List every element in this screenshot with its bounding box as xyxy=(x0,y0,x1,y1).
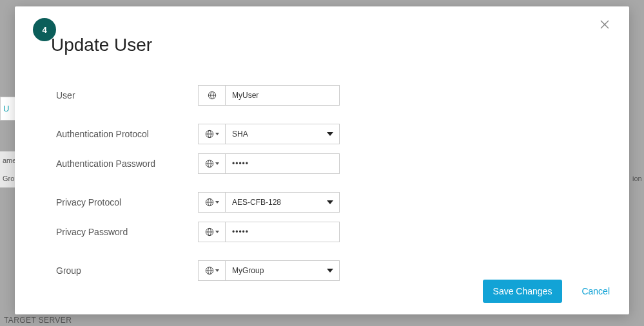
globe-icon xyxy=(205,227,214,236)
save-button[interactable]: Save Changes xyxy=(483,280,563,303)
row-priv-pwd: Privacy Password xyxy=(56,222,366,242)
scope-auth-pwd[interactable] xyxy=(198,153,225,174)
scope-group[interactable] xyxy=(198,260,225,281)
chevron-down-icon xyxy=(215,133,219,135)
modal-title: Update User xyxy=(51,35,152,55)
update-user-modal: 4 Update User User Authentication Protoc… xyxy=(15,6,629,314)
auth-pwd-input[interactable] xyxy=(225,153,340,174)
globe-icon xyxy=(205,266,214,275)
globe-icon xyxy=(205,198,214,207)
scope-priv-proto[interactable] xyxy=(198,192,225,213)
chevron-down-icon xyxy=(215,231,219,233)
form: User Authentication Protocol SHA xyxy=(56,85,366,299)
label-group: Group xyxy=(56,265,198,276)
step-badge: 4 xyxy=(33,18,56,41)
globe-icon xyxy=(205,159,214,168)
row-auth-pwd: Authentication Password xyxy=(56,153,366,174)
chevron-down-icon xyxy=(215,201,219,204)
modal-footer: Save Changes Cancel xyxy=(483,280,610,303)
scope-priv-pwd[interactable] xyxy=(198,222,225,242)
background-footer: TARGET SERVER xyxy=(4,316,72,325)
chevron-down-icon xyxy=(215,162,219,165)
label-auth-pwd: Authentication Password xyxy=(56,158,198,169)
auth-proto-select[interactable]: SHA xyxy=(225,124,340,144)
cancel-button[interactable]: Cancel xyxy=(581,286,610,296)
close-button[interactable] xyxy=(600,19,615,35)
label-auth-proto: Authentication Protocol xyxy=(56,129,198,139)
row-auth-proto: Authentication Protocol SHA xyxy=(56,124,366,144)
chevron-down-icon xyxy=(215,269,219,272)
row-user: User xyxy=(56,85,366,106)
close-icon xyxy=(600,19,610,30)
label-priv-proto: Privacy Protocol xyxy=(56,197,198,207)
row-priv-proto: Privacy Protocol AES-CFB-128 xyxy=(56,192,366,213)
scope-auth-proto[interactable] xyxy=(198,124,225,144)
label-priv-pwd: Privacy Password xyxy=(56,227,198,237)
scope-user xyxy=(198,85,225,106)
priv-proto-select[interactable]: AES-CFB-128 xyxy=(225,192,340,213)
background-right: ion xyxy=(631,171,644,186)
row-group: Group MyGroup xyxy=(56,260,366,281)
user-input[interactable] xyxy=(225,85,340,106)
label-user: User xyxy=(56,90,198,101)
globe-icon xyxy=(205,129,214,139)
group-select[interactable]: MyGroup xyxy=(225,260,340,281)
globe-icon xyxy=(208,91,217,100)
priv-pwd-input[interactable] xyxy=(225,222,340,242)
